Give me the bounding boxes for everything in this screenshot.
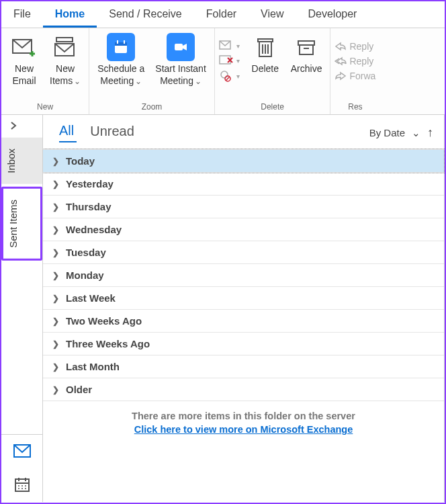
chevron-right-icon: ❯ [52, 179, 59, 189]
start-instant-meeting-button[interactable]: Start Instant Meeting [151, 31, 210, 89]
group-today[interactable]: ❯ Today [43, 149, 444, 173]
svg-rect-18 [258, 39, 273, 42]
schedule-meeting-line2: Meeting [100, 75, 142, 87]
archive-button[interactable]: Archive [287, 31, 326, 78]
view-more-link[interactable]: Click here to view more on Microsoft Exc… [43, 424, 444, 442]
mail-nav-button[interactable] [1, 435, 42, 467]
trash-icon [256, 34, 275, 60]
svg-point-34 [18, 488, 19, 489]
respond-column: Reply Reply Forwa [334, 31, 375, 91]
group-label: Today [66, 155, 95, 167]
group-last-month[interactable]: ❯ Last Month [43, 355, 444, 378]
chevron-right-icon: ❯ [52, 202, 59, 212]
cleanup-button[interactable]: ▾ [219, 55, 240, 66]
chevron-right-icon: ❯ [52, 339, 59, 349]
group-label: Three Weeks Ago [66, 338, 150, 349]
group-wednesday[interactable]: ❯ Wednesday [43, 218, 444, 241]
group-label: Last Month [66, 361, 120, 372]
chevron-right-icon: ❯ [52, 317, 59, 326]
new-email-line1: New [15, 63, 34, 75]
chevron-right-icon: ❯ [52, 385, 59, 394]
new-email-button[interactable]: New Email [5, 31, 43, 89]
menubar: File Home Send / Receive Folder View Dev… [1, 1, 445, 28]
group-label: Older [66, 384, 92, 395]
chevron-right-icon [9, 122, 17, 130]
sort-label: By Date [369, 127, 405, 138]
server-items-message: There are more items in this folder on t… [43, 401, 444, 424]
new-items-line1: New [56, 63, 75, 75]
expand-folders-button[interactable] [1, 115, 42, 138]
svg-point-33 [25, 485, 26, 487]
group-label: Thursday [66, 201, 112, 212]
reply-all-button[interactable]: Reply [334, 56, 375, 67]
menuitem-developer[interactable]: Developer [296, 4, 369, 28]
svg-point-14 [221, 71, 228, 78]
folder-sidebar: Inbox Sent Items [1, 115, 43, 502]
delete-button[interactable]: Delete [247, 31, 284, 78]
menuitem-view[interactable]: View [249, 4, 296, 28]
group-label: Monday [66, 269, 104, 281]
filter-unread-tab[interactable]: Unread [90, 124, 145, 142]
menuitem-home[interactable]: Home [43, 4, 97, 28]
group-label: Wednesday [66, 224, 122, 235]
sort-direction-icon[interactable]: ↑ [427, 126, 433, 140]
new-items-icon [54, 34, 77, 60]
calendar-icon [107, 34, 135, 60]
menuitem-send-receive[interactable]: Send / Receive [97, 4, 194, 28]
group-label: Two Weeks Ago [66, 315, 142, 327]
schedule-meeting-button[interactable]: Schedule a Meeting [93, 31, 148, 89]
chevron-right-icon: ❯ [52, 248, 59, 257]
start-instant-line1: Start Instant [155, 63, 206, 75]
delete-label: Delete [252, 63, 279, 75]
sidebar-item-sent[interactable]: Sent Items [1, 187, 42, 261]
svg-rect-6 [115, 42, 127, 46]
ignore-button[interactable]: ▾ [219, 40, 240, 51]
ribbon-group-label-new: New [37, 101, 53, 113]
archive-label: Archive [291, 63, 322, 75]
group-three-weeks-ago[interactable]: ❯ Three Weeks Ago [43, 333, 444, 355]
calendar-nav-icon [14, 476, 30, 493]
forward-button[interactable]: Forwa [334, 71, 375, 81]
svg-point-35 [21, 488, 23, 489]
group-thursday[interactable]: ❯ Thursday [43, 196, 444, 218]
sort-control[interactable]: By Date ⌄ ↑ [369, 126, 433, 140]
ribbon: New Email New Items New [1, 28, 445, 115]
archive-icon [296, 34, 316, 60]
svg-point-31 [18, 485, 19, 487]
calendar-nav-button[interactable] [1, 467, 42, 502]
chevron-right-icon: ❯ [52, 157, 59, 166]
new-items-button[interactable]: New Items [46, 31, 85, 89]
video-icon [167, 34, 195, 60]
start-instant-line2: Meeting [160, 75, 202, 87]
group-tuesday[interactable]: ❯ Tuesday [43, 241, 444, 264]
group-label: Last Week [66, 292, 116, 304]
group-yesterday[interactable]: ❯ Yesterday [43, 173, 444, 196]
mail-icon [13, 444, 31, 458]
chevron-right-icon: ❯ [52, 225, 59, 235]
main-content: Inbox Sent Items All Unread By Date ⌄ ↑ … [1, 115, 445, 502]
sidebar-nav [1, 434, 42, 502]
group-monday[interactable]: ❯ Monday [43, 264, 444, 287]
group-label: Tuesday [66, 247, 106, 258]
reply-button[interactable]: Reply [334, 41, 375, 52]
envelope-plus-icon [12, 34, 36, 60]
new-items-line2: Items [50, 75, 81, 87]
chevron-right-icon: ❯ [52, 271, 59, 280]
menuitem-folder[interactable]: Folder [194, 4, 249, 28]
chevron-right-icon: ❯ [52, 294, 59, 303]
group-label: Yesterday [66, 178, 114, 190]
svg-point-32 [21, 485, 23, 487]
group-two-weeks-ago[interactable]: ❯ Two Weeks Ago [43, 310, 444, 333]
message-list-pane: All Unread By Date ⌄ ↑ ❯ Today ❯ Yesterd… [43, 115, 445, 502]
ribbon-group-respond: Reply Reply Forwa Res [330, 28, 380, 114]
filter-all-tab[interactable]: All [59, 123, 77, 142]
reply-label: Reply [349, 41, 373, 52]
group-last-week[interactable]: ❯ Last Week [43, 287, 444, 310]
reply-all-label: Reply [349, 56, 373, 67]
group-older[interactable]: ❯ Older [43, 378, 444, 401]
junk-button[interactable]: ▾ [219, 70, 240, 82]
ribbon-group-new: New Email New Items New [1, 28, 89, 114]
ribbon-group-zoom: Schedule a Meeting Start Instant Meeting… [89, 28, 215, 114]
sidebar-item-inbox[interactable]: Inbox [1, 138, 42, 184]
menuitem-file[interactable]: File [1, 4, 43, 28]
